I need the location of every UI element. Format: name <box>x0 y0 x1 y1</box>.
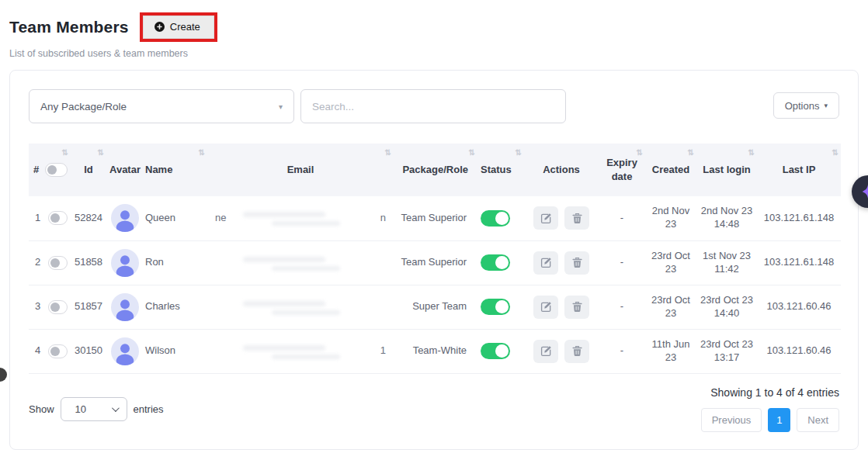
expiry-cell: - <box>599 196 645 240</box>
created-cell: 23rd Oct 23 <box>645 240 696 285</box>
email-cell: 1 <box>207 329 394 373</box>
create-button[interactable]: Create <box>143 16 214 39</box>
delete-button[interactable] <box>564 340 589 363</box>
column-label: Created <box>652 164 689 175</box>
entries-label: entries <box>134 403 164 415</box>
sort-icon[interactable] <box>516 149 522 157</box>
trash-icon <box>571 301 583 313</box>
email-fragment: 1 <box>380 344 386 358</box>
expiry-cell: - <box>599 240 645 285</box>
page-title: Team Members <box>9 18 129 36</box>
column-header-status: Status <box>477 144 524 196</box>
redaction-smudge <box>243 301 326 306</box>
sort-icon[interactable] <box>748 149 755 157</box>
email-fragment: n <box>380 212 386 225</box>
options-button[interactable]: Options ▾ <box>773 92 839 119</box>
page-header: Team Members Create <box>0 0 868 42</box>
last-login-cell: 23rd Oct 23 14:40 <box>696 285 757 329</box>
column-label: Expiry date <box>606 157 637 182</box>
pagination: Previous 1 Next <box>701 408 839 432</box>
edit-icon <box>540 301 552 313</box>
column-header-expiry: Expiry date <box>599 144 645 196</box>
chevron-down-icon: ▾ <box>279 102 283 111</box>
package-role-select[interactable]: Any Package/Role ▾ <box>29 89 294 123</box>
last-login-cell: 23rd Oct 23 13:17 <box>696 329 757 373</box>
email-cell <box>207 240 394 285</box>
trash-icon <box>571 213 583 224</box>
sort-icon[interactable] <box>688 149 694 157</box>
sort-icon[interactable] <box>98 149 104 157</box>
column-header-last-ip: Last IP <box>757 144 841 196</box>
edit-button[interactable] <box>533 340 558 363</box>
table-header-row: # Id Avatar Name <box>29 144 841 196</box>
column-header-actions: Actions <box>524 144 599 196</box>
redaction-smudge <box>243 257 326 262</box>
plus-circle-icon <box>155 22 165 32</box>
current-page-button[interactable]: 1 <box>768 408 790 432</box>
previous-page-button[interactable]: Previous <box>701 408 762 432</box>
redaction-smudge <box>243 345 326 351</box>
avatar-cell <box>106 285 142 329</box>
avatar-cell <box>106 329 142 373</box>
next-page-button[interactable]: Next <box>797 408 839 432</box>
search-input[interactable] <box>300 89 566 123</box>
sort-icon[interactable] <box>637 149 643 157</box>
row-select-toggle[interactable] <box>48 256 68 270</box>
redaction-smudge <box>272 266 340 271</box>
members-card: Any Package/Role ▾ Options ▾ # <box>9 70 859 450</box>
redacted-email <box>210 292 391 323</box>
row-select-toggle[interactable] <box>48 344 68 358</box>
table-row: 4 30150 Wilson 1 Team-White <box>29 329 841 373</box>
package-cell: Super Team <box>394 285 477 329</box>
column-label: Id <box>84 164 93 175</box>
status-toggle[interactable] <box>481 343 510 359</box>
column-header-package: Package/Role <box>394 144 477 196</box>
sort-icon[interactable] <box>199 149 205 157</box>
row-select-toggle[interactable] <box>48 211 68 225</box>
delete-button[interactable] <box>564 251 589 275</box>
row-number: 2 <box>35 256 40 269</box>
id-cell: 51858 <box>71 240 106 285</box>
column-header-name: Name <box>142 144 207 196</box>
select-all-toggle[interactable] <box>45 163 68 177</box>
column-header-created: Created <box>645 144 696 196</box>
column-label: Package/Role <box>402 164 468 175</box>
delete-button[interactable] <box>564 206 589 230</box>
status-toggle[interactable] <box>481 299 510 315</box>
row-number-cell: 3 <box>29 285 71 329</box>
table-row: 2 51858 Ron Team Superior <box>29 240 841 285</box>
delete-button[interactable] <box>564 296 589 319</box>
row-number: 4 <box>35 344 40 358</box>
page-size-select[interactable]: 10 <box>61 397 127 421</box>
status-cell <box>477 240 524 285</box>
status-toggle[interactable] <box>481 254 510 271</box>
team-members-page: Team Members Create List of subscribed u… <box>0 0 868 460</box>
sort-icon[interactable] <box>832 149 838 157</box>
avatar <box>111 249 139 277</box>
sort-icon[interactable] <box>469 149 475 157</box>
edit-icon <box>540 345 552 357</box>
status-toggle[interactable] <box>481 210 510 227</box>
column-header-num: # <box>29 144 71 196</box>
edit-icon <box>540 213 552 224</box>
column-label: # <box>33 163 39 177</box>
edge-dot <box>0 368 7 382</box>
name-cell: Charles <box>142 285 207 329</box>
sort-icon[interactable] <box>62 149 68 157</box>
edit-button[interactable] <box>533 296 558 319</box>
filters-bar: Any Package/Role ▾ Options ▾ <box>29 89 839 123</box>
edit-button[interactable] <box>533 251 558 275</box>
package-cell: Team Superior <box>394 196 477 240</box>
package-cell: Team-White <box>394 329 477 373</box>
sort-icon[interactable] <box>385 149 391 157</box>
chevron-down-icon <box>111 404 119 412</box>
edit-button[interactable] <box>533 206 558 230</box>
row-select-toggle[interactable] <box>48 300 68 314</box>
last-ip-cell: 103.121.60.46 <box>757 329 841 373</box>
id-cell: 51857 <box>71 285 106 329</box>
row-number: 3 <box>35 300 40 313</box>
column-label: Email <box>287 164 314 175</box>
table-row: 3 51857 Charles Super Team <box>29 285 841 329</box>
redaction-smudge <box>272 355 340 359</box>
status-cell <box>477 329 524 373</box>
